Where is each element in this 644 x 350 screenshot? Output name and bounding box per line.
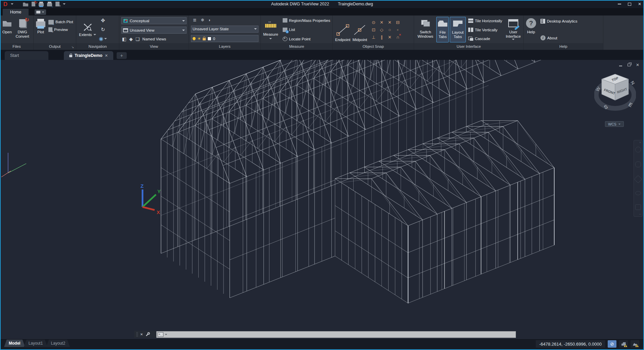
user-interface-button[interactable]: User Interface bbox=[505, 17, 522, 42]
view-dropdown[interactable]: Unsaved View bbox=[121, 27, 187, 34]
drawing-tab-active[interactable]: TraingleDemo ✕ bbox=[64, 51, 113, 60]
snap-perpendicular-icon[interactable]: ⊥ bbox=[369, 33, 377, 41]
model-viewport[interactable]: ZYX ✕ W N S E TOP FRONT RIGHT WCS ✕ – bbox=[1, 60, 643, 339]
output-dialog-launcher-icon[interactable]: ↘ bbox=[71, 45, 74, 49]
batch-plot-button[interactable]: Batch Plot bbox=[48, 19, 74, 25]
snap-extension-icon[interactable]: ⊟ bbox=[394, 19, 402, 26]
endpoint-button[interactable]: Endpoint bbox=[334, 17, 351, 42]
tab-close-icon[interactable]: ✕ bbox=[105, 54, 108, 58]
pan-tool-icon[interactable] bbox=[635, 162, 641, 167]
full-navigation-wheel-icon[interactable] bbox=[635, 147, 641, 152]
preview-button[interactable]: Preview bbox=[48, 27, 74, 32]
desktop-analytics-button[interactable]: Desktop Analytics bbox=[540, 19, 578, 24]
ribbon-tab-row: Home bbox=[0, 8, 644, 15]
pan-icon[interactable]: ✥ bbox=[101, 18, 105, 24]
isolate-objects-button[interactable]: ⊘ bbox=[608, 340, 616, 348]
snap-tangent-icon[interactable]: ○ bbox=[386, 26, 394, 33]
layer-color-swatch[interactable] bbox=[207, 37, 211, 41]
layer-state-dropdown[interactable]: Unsaved Layer State bbox=[191, 26, 258, 33]
plot-button[interactable]: Plot bbox=[35, 17, 46, 42]
ribbon: Open DWG Convert Files Plot Batch Plot bbox=[0, 15, 644, 50]
snap-center-icon[interactable]: ⊙ bbox=[369, 19, 377, 26]
command-input[interactable]: >_ bbox=[156, 331, 516, 338]
orbit-tool-icon[interactable] bbox=[635, 191, 641, 195]
tile-vertically-button[interactable]: Tile Vertically bbox=[468, 27, 503, 32]
layer-on-bulb-icon[interactable] bbox=[193, 37, 196, 40]
tab-layout2[interactable]: Layout2 bbox=[46, 340, 70, 347]
command-wrench-icon[interactable] bbox=[145, 332, 150, 337]
viewcube[interactable]: W N S E TOP FRONT RIGHT WCS bbox=[594, 68, 636, 132]
measure-button[interactable]: Measure bbox=[262, 17, 279, 42]
snap-quadrant-icon[interactable]: ◇ bbox=[377, 26, 386, 33]
cascade-button[interactable]: Cascade bbox=[468, 36, 503, 41]
drawing-minimize-icon[interactable] bbox=[619, 66, 622, 66]
maximize-button[interactable] bbox=[628, 3, 631, 6]
snap-parallel-icon[interactable]: ∥ bbox=[377, 33, 386, 41]
layer-dropdown[interactable]: ☀ 0 bbox=[191, 35, 258, 42]
wheel-caret-icon[interactable] bbox=[104, 38, 107, 39]
panel-output: Plot Batch Plot Preview Output ↘ bbox=[34, 15, 76, 50]
open-folder-icon bbox=[3, 20, 11, 27]
layer-freeze-icon[interactable]: ❄ bbox=[201, 18, 204, 23]
measure-caret-icon bbox=[269, 38, 272, 39]
open-button[interactable]: Open bbox=[1, 17, 13, 42]
user-interface-icon bbox=[508, 19, 518, 27]
orbit-icon[interactable]: ↻ bbox=[101, 27, 105, 33]
file-tabs-button[interactable]: File Tabs bbox=[436, 17, 449, 42]
desktop-analytics-icon bbox=[540, 19, 545, 24]
drawing-tab-start[interactable]: Start bbox=[5, 51, 48, 60]
snap-off-magnet-icon[interactable]: ∩✕ bbox=[394, 33, 402, 41]
snap-insertion-icon[interactable]: ⊡ bbox=[369, 26, 377, 33]
tab-home[interactable]: Home bbox=[3, 9, 29, 15]
panel-label-object-snap: Object Snap bbox=[333, 43, 414, 50]
list-button[interactable]: List bbox=[282, 27, 331, 32]
command-bar-grip[interactable]: ✕ bbox=[134, 331, 156, 338]
minimize-button[interactable] bbox=[618, 4, 621, 4]
navigation-bar[interactable]: ✕ – bbox=[634, 140, 643, 217]
help-button[interactable]: ? Help bbox=[525, 17, 537, 42]
close-button[interactable]: ✕ bbox=[638, 2, 641, 6]
snap-intersection-icon[interactable]: ✕ bbox=[386, 19, 394, 26]
tab-layout1[interactable]: Layout1 bbox=[24, 340, 48, 347]
drawing-restore-icon[interactable] bbox=[628, 64, 631, 66]
tab-model[interactable]: Model bbox=[4, 340, 25, 347]
annotation-warning-button[interactable] bbox=[619, 340, 628, 348]
layer-properties-icon[interactable]: ≣ bbox=[193, 18, 197, 23]
switch-windows-button[interactable]: Switch Windows bbox=[415, 17, 435, 42]
midpoint-button[interactable]: Midpoint bbox=[351, 17, 368, 42]
navbar-close-icon[interactable]: ✕ bbox=[639, 141, 641, 144]
dwg-convert-button[interactable]: DWG Convert bbox=[13, 17, 32, 42]
layer-isolate-icon[interactable]: ◗ bbox=[208, 18, 211, 23]
showmotion-tool-icon[interactable] bbox=[635, 204, 641, 210]
zoom-extents-button[interactable]: Extents bbox=[78, 17, 97, 42]
snap-node-icon[interactable]: ✕ bbox=[377, 19, 386, 26]
layout-tabs-button[interactable]: Layout Tabs bbox=[450, 17, 466, 42]
isometric-cube-icon[interactable]: ◧ bbox=[122, 36, 126, 42]
named-views-icon[interactable]: ❏ bbox=[135, 36, 140, 42]
cube-wireframe-icon[interactable]: ◆ bbox=[129, 36, 133, 42]
tile-horizontally-button[interactable]: Tile Horizontally bbox=[468, 18, 503, 23]
panel-navigation: Extents ✥ ↻ ◉ Navigation bbox=[76, 15, 119, 50]
ribbon-display-toggle[interactable] bbox=[35, 9, 46, 15]
layer-thaw-sun-icon[interactable]: ☀ bbox=[197, 37, 201, 41]
graphics-warning-button[interactable] bbox=[631, 340, 639, 348]
snap-nearest-icon[interactable]: ✕ bbox=[386, 33, 394, 41]
new-drawing-tab-button[interactable]: + bbox=[117, 52, 127, 59]
navbar-minimize-icon[interactable]: – bbox=[639, 212, 641, 216]
layer-unlock-icon[interactable] bbox=[203, 38, 206, 40]
wcs-dropdown[interactable]: WCS bbox=[605, 121, 624, 127]
about-button[interactable]: i About bbox=[540, 35, 578, 41]
region-mass-properties-button[interactable]: Region/Mass Properties bbox=[282, 18, 331, 23]
named-views-button[interactable]: Named Views bbox=[143, 37, 166, 41]
zoom-tool-icon[interactable] bbox=[634, 175, 642, 183]
command-close-icon[interactable]: ✕ bbox=[140, 332, 143, 336]
grip-handle-icon[interactable] bbox=[136, 332, 138, 337]
drawing-close-icon[interactable]: ✕ bbox=[636, 63, 639, 67]
snap-point-icon[interactable]: ▫ bbox=[394, 26, 402, 33]
steering-wheel-icon[interactable]: ◉ bbox=[99, 36, 103, 42]
command-caret-icon[interactable] bbox=[165, 334, 167, 335]
locate-point-icon bbox=[283, 37, 287, 41]
cascade-icon bbox=[468, 37, 473, 41]
visual-style-dropdown[interactable]: Conceptual bbox=[121, 17, 187, 24]
locate-point-button[interactable]: Locate Point bbox=[282, 36, 331, 41]
